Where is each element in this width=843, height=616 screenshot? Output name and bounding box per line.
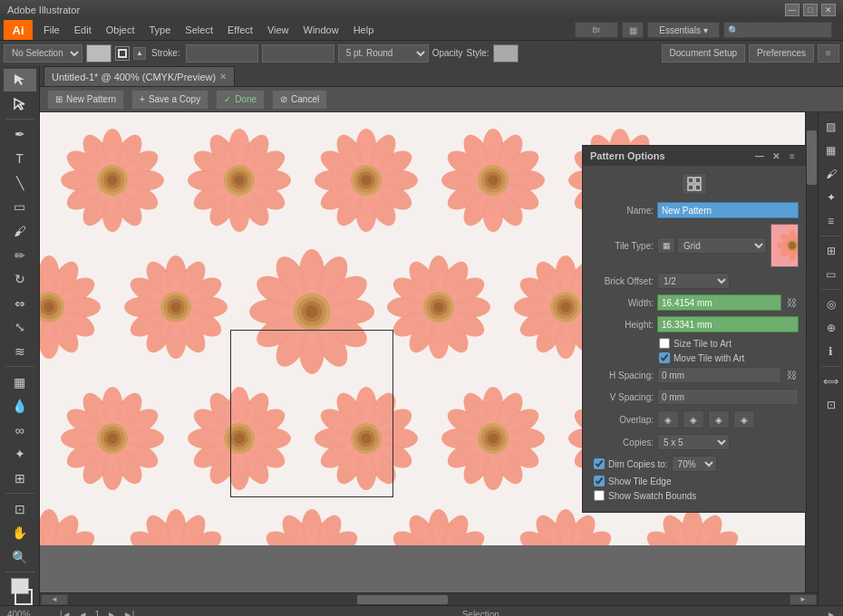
blend-tool[interactable]: ∞ <box>4 419 36 442</box>
hscroll-thumb[interactable] <box>357 595 448 604</box>
name-input[interactable] <box>657 202 799 218</box>
brushes-btn[interactable]: 🖌 <box>820 163 842 185</box>
rotate-tool[interactable]: ↻ <box>4 268 36 291</box>
cancel-button[interactable]: ⊘ Cancel <box>272 90 327 110</box>
menu-object[interactable]: Object <box>99 23 142 37</box>
maximize-button[interactable]: □ <box>803 4 818 16</box>
graphic-styles-btn[interactable]: ≡ <box>820 210 842 232</box>
width-input[interactable] <box>657 294 781 311</box>
done-button[interactable]: ✓ Done <box>216 90 265 110</box>
essentials-dropdown[interactable]: Essentials ▾ <box>647 22 720 38</box>
status-right-arrow[interactable]: ► <box>827 610 836 616</box>
stroke-input[interactable] <box>262 44 334 63</box>
menu-help[interactable]: Help <box>346 23 382 37</box>
info-btn[interactable]: ℹ <box>820 341 842 362</box>
pencil-tool[interactable]: ✏ <box>4 244 36 266</box>
menu-select[interactable]: Select <box>178 23 220 37</box>
symbol-sprayer-tool[interactable]: ✦ <box>4 443 36 466</box>
overlap-left-btn[interactable]: ◈ <box>657 410 679 428</box>
prev-page-btn[interactable]: |◄ <box>60 610 72 616</box>
mirror-tool[interactable]: ⇔ <box>4 293 36 315</box>
color-panel-btn[interactable]: ▨ <box>820 116 842 138</box>
transform-btn[interactable]: ⊡ <box>820 394 842 416</box>
warp-tool[interactable]: ≋ <box>4 341 36 363</box>
next-page-btn[interactable]: ►| <box>123 610 135 616</box>
swatches-btn[interactable]: ▦ <box>820 140 842 161</box>
stroke-up-btn[interactable]: ▲ <box>133 47 146 60</box>
navigator-btn[interactable]: ⊕ <box>820 317 842 339</box>
prev-btn[interactable]: ◄ <box>79 610 88 616</box>
zoom-tool[interactable]: 🔍 <box>4 546 36 569</box>
workspace-icon[interactable]: ▦ <box>622 22 644 38</box>
brick-offset-select[interactable]: 1/2 1/3 2/3 <box>657 273 730 289</box>
menu-edit[interactable]: Edit <box>67 23 99 37</box>
overlap-right-btn[interactable]: ◈ <box>683 410 704 428</box>
doc-setup-button[interactable]: Document Setup <box>662 44 746 63</box>
stroke-color-box[interactable] <box>15 589 33 605</box>
symbols-btn[interactable]: ✦ <box>820 187 842 208</box>
type-tool[interactable]: T <box>4 148 36 170</box>
size-tile-checkbox[interactable] <box>659 338 670 349</box>
document-tab[interactable]: Untitled-1* @ 400% (CMYK/Preview) ✕ <box>44 66 235 86</box>
show-swatch-bounds-checkbox[interactable] <box>594 490 605 501</box>
style-preview[interactable] <box>493 44 518 63</box>
menu-effect[interactable]: Effect <box>220 23 260 37</box>
rectangle-tool[interactable]: ▭ <box>4 196 36 218</box>
direct-selection-tool[interactable] <box>4 93 36 116</box>
hand-tool[interactable]: ✋ <box>4 522 36 544</box>
search-input[interactable]: 🔍 <box>723 22 832 38</box>
selection-dropdown[interactable]: No Selection <box>4 44 82 63</box>
vertical-scrollbar[interactable] <box>805 112 818 592</box>
artboards-btn[interactable]: ▭ <box>820 264 842 285</box>
menu-window[interactable]: Window <box>296 23 346 37</box>
dim-value-select[interactable]: 70% 50% 30% <box>672 456 717 472</box>
menu-type[interactable]: Type <box>142 23 179 37</box>
link-dimensions-btn[interactable]: ⛓ <box>785 294 799 311</box>
copies-select[interactable]: 5 x 5 3 x 3 7 x 7 <box>657 434 730 450</box>
panel-close-btn[interactable]: ✕ <box>770 149 782 162</box>
pen-tool[interactable]: ✒ <box>4 123 36 146</box>
height-input[interactable] <box>657 316 799 332</box>
tab-close-button[interactable]: ✕ <box>219 72 227 82</box>
slice-tool[interactable]: ⊡ <box>4 497 36 520</box>
save-copy-button[interactable]: + Save a Copy <box>131 90 208 110</box>
gradient-tool[interactable]: ▦ <box>4 371 36 393</box>
move-tile-checkbox[interactable] <box>659 352 670 363</box>
minimize-button[interactable]: ― <box>785 4 799 16</box>
link-spacing-btn[interactable]: ⛓ <box>785 367 799 383</box>
layers-btn[interactable]: ⊞ <box>820 240 842 262</box>
panel-toggle-btn[interactable]: ≡ <box>818 44 839 63</box>
show-tile-edge-label[interactable]: Show Tile Edge <box>608 476 672 486</box>
close-button[interactable]: ✕ <box>821 4 836 16</box>
brush-style-select[interactable]: 5 pt. Round <box>338 44 429 63</box>
next-btn[interactable]: ► <box>107 610 116 616</box>
stroke-value[interactable] <box>186 44 258 63</box>
scale-tool[interactable]: ⤡ <box>4 316 36 339</box>
tile-type-select[interactable]: Grid Brick by Row Brick by Column Hex by… <box>677 237 767 254</box>
horizontal-scrollbar[interactable]: ◄ ► <box>40 592 818 605</box>
show-tile-edge-checkbox[interactable] <box>594 476 605 486</box>
menu-file[interactable]: File <box>36 23 67 37</box>
line-tool[interactable]: ╲ <box>4 171 36 194</box>
overlap-top-btn[interactable]: ◈ <box>708 410 730 428</box>
size-tile-label[interactable]: Size Tile to Art <box>673 339 732 349</box>
panel-minimize-btn[interactable]: — <box>753 149 766 162</box>
panel-menu-btn[interactable]: ≡ <box>786 149 799 162</box>
v-spacing-input[interactable] <box>657 389 799 405</box>
hscroll-left-btn[interactable]: ◄ <box>41 594 68 605</box>
menu-view[interactable]: View <box>260 23 296 37</box>
stroke-icon[interactable] <box>115 46 130 61</box>
dim-copies-checkbox[interactable] <box>594 458 605 469</box>
show-swatch-bounds-label[interactable]: Show Swatch Bounds <box>608 491 696 501</box>
artboard-tool[interactable]: ⊞ <box>4 467 36 490</box>
dim-copies-label[interactable]: Dim Copies to: <box>608 459 668 469</box>
fit-icon-1[interactable] <box>682 173 707 195</box>
preferences-button[interactable]: Preferences <box>749 44 814 63</box>
paintbrush-tool[interactable]: 🖌 <box>4 220 36 243</box>
fill-color[interactable] <box>86 44 111 63</box>
h-spacing-input[interactable] <box>657 367 781 383</box>
ai-bridge-btn[interactable]: Br <box>575 22 618 38</box>
selection-tool[interactable] <box>4 69 36 91</box>
align-btn[interactable]: ⟺ <box>820 371 842 392</box>
hscroll-right-btn[interactable]: ► <box>790 594 817 605</box>
